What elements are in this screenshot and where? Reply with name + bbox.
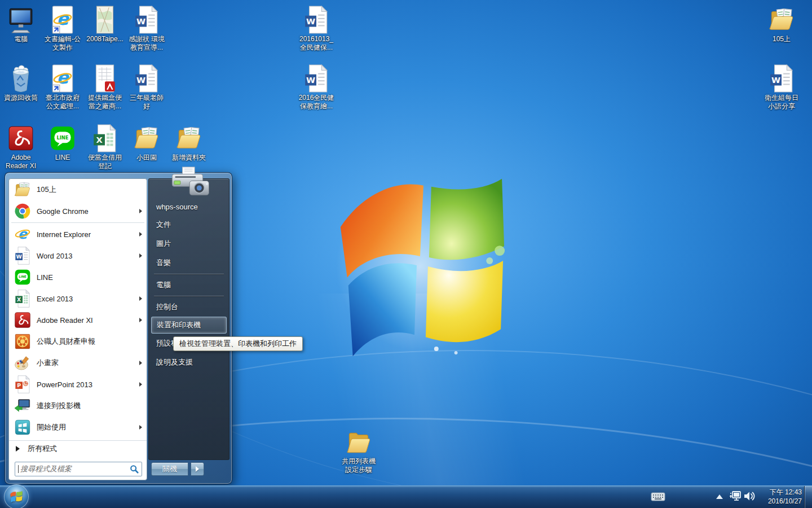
start-right-item-pictures[interactable]: 圖片: [149, 234, 229, 253]
shutdown-button[interactable]: 關機: [151, 462, 188, 476]
desktop-icon-label: 小田園: [136, 154, 157, 162]
start-left-item-powerpoint-2013[interactable]: PPowerPoint 2013: [9, 374, 147, 395]
desktop-icon-label: 共用列表機 設定步驟: [342, 457, 376, 474]
start-left-item-label: Google Chrome: [37, 207, 139, 216]
submenu-arrow-icon: [139, 232, 142, 237]
svg-text:X: X: [17, 296, 21, 303]
start-left-item-paint[interactable]: 小畫家: [9, 352, 147, 374]
separator: [154, 274, 224, 274]
excel-doc-icon: X: [90, 123, 120, 152]
start-left-item-getting-started[interactable]: 開始使用: [9, 417, 147, 438]
pdf-doc-icon: [90, 63, 120, 93]
desktop-icon-thanks-certificate-doc[interactable]: W感謝狀 環境 教育宣導...: [122, 5, 171, 52]
word-doc-icon: W: [132, 5, 161, 34]
desktop-icon-garden-folder[interactable]: 小田園: [122, 123, 171, 162]
start-left-item-google-chrome[interactable]: Google Chrome: [9, 200, 147, 222]
svg-text:W: W: [306, 75, 315, 85]
line-icon: LINE: [13, 268, 32, 287]
start-left-item-adobe-reader-xi[interactable]: Adobe Reader XI: [9, 309, 147, 331]
all-programs-arrow-icon: [16, 446, 20, 452]
start-left-item-internet-explorer[interactable]: eInternet Explorer: [9, 224, 147, 245]
svg-text:LINE: LINE: [56, 135, 68, 141]
separator: [154, 296, 224, 296]
svg-text:W: W: [16, 253, 21, 260]
start-left-item-line[interactable]: LINELINE: [9, 266, 147, 288]
start-right-item-computer[interactable]: 電腦: [149, 275, 229, 295]
submenu-arrow-icon: [139, 318, 142, 322]
folder-plain-icon: [344, 427, 373, 456]
desktop-icon-grade3-teacher-doc[interactable]: W三年級老師 好: [122, 63, 171, 111]
text-caret: [18, 465, 19, 473]
desktop-icon-label: 2016全民健 保教育繪...: [299, 94, 334, 111]
start-left-item-label: Internet Explorer: [37, 230, 139, 239]
submenu-arrow-icon: [139, 382, 142, 387]
tray-clock[interactable]: 下午 12:43 2016/10/27: [758, 488, 802, 506]
shutdown-options-button[interactable]: [191, 462, 204, 476]
desktop-icon-label: 提供鐵盒便 當之廠商...: [88, 94, 122, 111]
submenu-arrow-icon: [139, 253, 142, 258]
start-left-item-folder-105[interactable]: 105上: [9, 179, 147, 200]
windows-flag-icon: [10, 491, 23, 503]
start-left-item-word-2013[interactable]: WWord 2013: [9, 245, 147, 266]
desktop-icon-line[interactable]: LINELINE: [38, 123, 87, 162]
submenu-arrow-icon: [139, 361, 142, 365]
desktop-icon-health-group-doc[interactable]: W衛生組每日 小語分享: [757, 63, 806, 111]
powerpoint-icon: P: [13, 375, 32, 394]
taskbar: [0, 485, 812, 508]
line-icon: LINE: [48, 123, 77, 152]
desktop-icon-label: 資源回收筒: [4, 94, 38, 102]
start-left-item-property-declaration[interactable]: 公職人員財產申報: [9, 331, 147, 352]
adobe-icon: [13, 311, 32, 330]
ime-keyboard-icon[interactable]: [651, 491, 665, 502]
desktop-icon-nhi-20161013-doc[interactable]: W20161013_ 全民健保...: [292, 5, 341, 52]
start-button[interactable]: [4, 484, 29, 508]
adobe-icon: [6, 123, 36, 152]
desktop-icon-label: 105上: [773, 35, 791, 43]
desktop-icon-nhi-2016-doc[interactable]: W2016全民健 保教育繪...: [292, 63, 341, 111]
start-left-item-label: 小畫家: [37, 358, 139, 368]
all-programs[interactable]: 所有程式: [9, 440, 147, 456]
start-left-item-label: PowerPoint 2013: [37, 380, 139, 389]
start-left-item-label: Adobe Reader XI: [37, 316, 139, 325]
desktop-icon-doc-editing-shortcut[interactable]: e文書編輯-公 文製作: [38, 5, 87, 52]
desktop-icon-label: 臺北市政府 公文處理...: [46, 94, 80, 111]
ie-shortcut-icon: e: [48, 63, 77, 93]
devices-printers-tooltip: 檢視並管理裝置、印表機和列印工作: [173, 336, 303, 351]
submenu-arrow-icon: [139, 425, 142, 430]
start-right-item-documents[interactable]: 文件: [149, 215, 229, 234]
svg-text:W: W: [306, 16, 315, 26]
user-name[interactable]: whps-source: [149, 199, 229, 214]
word-doc-icon: W: [13, 247, 32, 265]
desktop-icon-new-folder[interactable]: 新增資料夾: [165, 123, 213, 162]
computer-icon: [6, 5, 36, 34]
desktop-icon-taipei-gov-shortcut[interactable]: e臺北市政府 公文處理...: [38, 63, 87, 111]
show-hidden-icons-button[interactable]: [716, 494, 723, 499]
show-desktop-button[interactable]: [804, 486, 812, 508]
start-left-item-label: Word 2013: [37, 252, 139, 260]
map-icon: [90, 5, 120, 34]
start-right-item-music[interactable]: 音樂: [149, 253, 229, 273]
start-menu-right-panel: whps-source 文件圖片音樂電腦控制台裝置和印表機預設程式說明及支援: [148, 178, 230, 460]
volume-icon[interactable]: [743, 490, 756, 502]
windows-logo-wallpaper: [321, 164, 512, 360]
svg-text:W: W: [136, 75, 145, 85]
clock-date: 2016/10/27: [758, 497, 802, 506]
excel-doc-icon: X: [13, 290, 32, 308]
desktop-icon-label: 新增資料夾: [172, 154, 206, 162]
start-left-item-connect-projector[interactable]: 連接到投影機: [9, 395, 147, 417]
desktop-icon-label: 文書編輯-公 文製作: [45, 35, 81, 52]
folder-open-icon: [132, 123, 161, 152]
start-right-item-help-and-support[interactable]: 說明及支援: [149, 353, 229, 372]
start-right-item-control-panel[interactable]: 控制台: [149, 297, 229, 317]
start-left-item-excel-2013[interactable]: XExcel 2013: [9, 288, 147, 309]
search-input[interactable]: 搜尋程式及檔案: [15, 462, 142, 476]
network-icon[interactable]: [729, 489, 742, 503]
desktop-icon-folder-105[interactable]: 105上: [757, 5, 806, 43]
ie-shortcut-icon: e: [48, 5, 77, 34]
word-doc-icon: W: [132, 63, 161, 93]
start-right-item-devices-and-printers[interactable]: 裝置和印表機: [151, 317, 227, 334]
svg-text:X: X: [96, 135, 102, 144]
desktop-icon-shared-printer-folder[interactable]: 共用列表機 設定步驟: [334, 427, 383, 474]
start-menu-left-panel: 105上Google ChromeeInternet ExplorerWWord…: [8, 178, 147, 480]
desktop-icon-label: 感謝狀 環境 教育宣導...: [129, 35, 164, 52]
